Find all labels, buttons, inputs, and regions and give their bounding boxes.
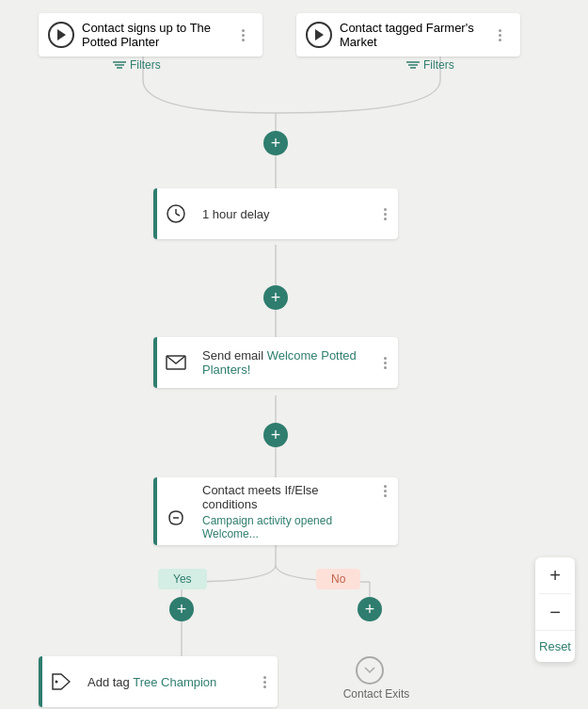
contact-exits-label: Contact Exits — [339, 687, 414, 701]
tag-icon — [42, 656, 80, 707]
contact-exits-icon — [356, 656, 384, 685]
zoom-in-button[interactable]: + — [535, 557, 575, 593]
zoom-toolbar: + − Reset — [535, 557, 575, 662]
workflow-canvas: Contact signs up to The Potted Planter C… — [0, 0, 588, 709]
yes-badge: Yes — [158, 569, 207, 589]
trigger-icon-2 — [306, 22, 332, 48]
add-step-btn-3[interactable]: + — [263, 423, 288, 447]
svg-marker-13 — [315, 29, 324, 40]
email-text: Send email Welcome Potted Planters! — [195, 339, 372, 386]
add-step-btn-yes[interactable]: + — [169, 597, 194, 621]
no-badge: No — [316, 569, 360, 589]
condition-subtext: Campaign activity opened Welcome... — [202, 514, 364, 540]
trigger-card-1[interactable]: Contact signs up to The Potted Planter — [39, 13, 262, 56]
email-icon — [157, 337, 195, 388]
reset-button[interactable]: Reset — [535, 630, 575, 662]
email-card[interactable]: Send email Welcome Potted Planters! — [153, 337, 398, 388]
trigger-link-1: The Potted Planter — [82, 21, 211, 49]
condition-card[interactable]: Contact meets If/Else conditions Campaig… — [153, 477, 398, 545]
clock-icon — [157, 188, 195, 239]
condition-menu[interactable] — [372, 477, 398, 497]
condition-text: Contact meets If/Else conditions Campaig… — [195, 474, 372, 550]
add-step-btn-1[interactable]: + — [263, 131, 288, 155]
svg-point-25 — [56, 681, 58, 684]
trigger-card-2[interactable]: Contact tagged Farmer's Market — [296, 13, 520, 56]
trigger-menu-2[interactable] — [488, 21, 511, 49]
add-step-btn-no[interactable]: + — [358, 597, 382, 621]
delay-text: 1 hour delay — [195, 198, 372, 231]
trigger-text-2: Contact tagged Farmer's Market — [340, 21, 488, 49]
trigger-menu-1[interactable] — [234, 21, 253, 49]
filter-label-2[interactable]: Filters — [406, 58, 454, 72]
trigger-link-2: Farmer's Market — [340, 21, 474, 49]
trigger-icon-1 — [48, 22, 74, 48]
svg-line-22 — [176, 214, 180, 216]
delay-menu[interactable] — [372, 188, 398, 239]
email-menu[interactable] — [372, 337, 398, 388]
email-link: Welcome Potted Planters! — [202, 348, 357, 377]
add-tag-card[interactable]: Add tag Tree Champion — [39, 656, 278, 707]
zoom-out-button[interactable]: − — [535, 594, 575, 630]
trigger-text-1: Contact signs up to The Potted Planter — [82, 21, 234, 49]
tag-link: Tree Champion — [133, 675, 216, 689]
delay-card[interactable]: 1 hour delay — [153, 188, 398, 239]
svg-marker-12 — [57, 29, 66, 40]
add-step-btn-2[interactable]: + — [263, 285, 288, 310]
add-tag-text: Add tag Tree Champion — [80, 666, 251, 699]
add-tag-menu[interactable] — [251, 656, 278, 707]
if-else-icon — [157, 477, 195, 545]
filter-label-1[interactable]: Filters — [113, 58, 161, 72]
